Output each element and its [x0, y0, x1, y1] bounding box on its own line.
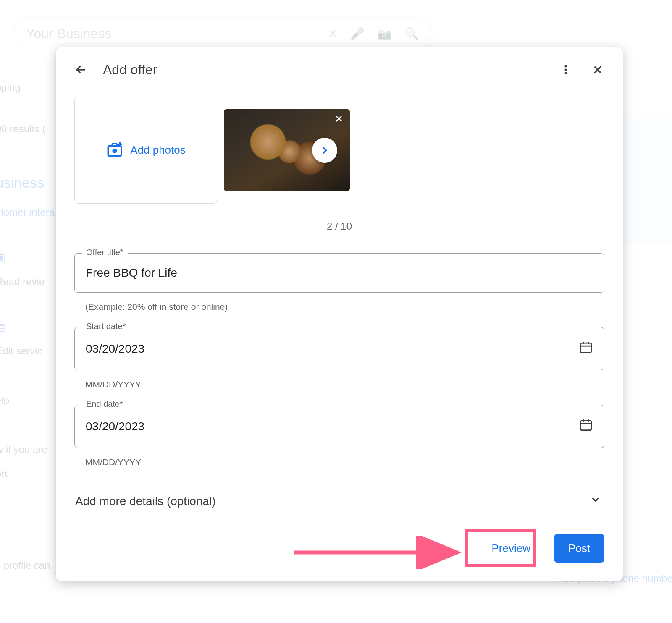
start-date-box [74, 327, 604, 370]
back-button[interactable] [71, 60, 91, 80]
add-photos-label: Add photos [130, 144, 186, 157]
star-icon: ▣ [0, 245, 5, 270]
end-date-input[interactable] [86, 420, 573, 433]
end-date-box [74, 405, 604, 448]
end-date-field: End date* [74, 405, 604, 448]
end-date-label: End date* [82, 399, 127, 409]
preview-button[interactable]: Preview [477, 534, 544, 563]
dialog-header: Add offer [56, 47, 623, 88]
search-icon: 🔍 [404, 27, 419, 41]
list-icon: ▤ [0, 315, 5, 339]
bg-text: 00 results ( [0, 117, 55, 141]
bg-text: stomer intera [0, 200, 55, 225]
bg-text: Read revie [0, 270, 55, 294]
dialog-body: Add photos 2 / 10 Offer title* (Example:… [56, 88, 623, 517]
svg-point-4 [113, 148, 117, 153]
remove-photo-button[interactable] [334, 113, 344, 127]
more-options-button[interactable] [556, 60, 576, 80]
search-bar: Your Business ✕ 🎤 📷 🔍 [13, 17, 433, 50]
photo-counter: 2 / 10 [74, 220, 604, 232]
camera-icon: 📷 [377, 27, 392, 41]
close-button[interactable] [588, 60, 608, 80]
bg-heading: usiness [0, 166, 55, 200]
photos-row: Add photos [74, 97, 604, 204]
svg-point-1 [564, 68, 567, 71]
svg-point-2 [564, 72, 567, 74]
start-date-label: Start date* [82, 322, 130, 331]
svg-point-0 [564, 65, 567, 67]
post-button[interactable]: Post [554, 534, 604, 563]
offer-title-hint: (Example: 20% off in store or online) [74, 296, 604, 327]
bg-text: ort [0, 462, 55, 486]
search-placeholder: Your Business [26, 26, 111, 42]
calendar-icon[interactable] [579, 340, 593, 357]
more-vert-icon [560, 64, 572, 76]
start-date-input[interactable] [86, 342, 573, 356]
svg-rect-6 [580, 421, 591, 430]
calendar-icon[interactable] [579, 418, 593, 435]
start-date-hint: MM/DD/YYYY [74, 374, 604, 405]
offer-title-field: Offer title* [74, 253, 604, 293]
dialog-title: Add offer [103, 62, 544, 78]
more-details-toggle[interactable]: Add more details (optional) [74, 482, 604, 513]
preview-button-label: Preview [491, 542, 530, 555]
chevron-down-icon [589, 493, 602, 509]
offer-title-box [74, 253, 604, 293]
search-actions: ✕ 🎤 📷 🔍 [328, 27, 419, 41]
clear-icon: ✕ [328, 27, 337, 41]
add-photos-button[interactable]: Add photos [74, 97, 217, 204]
add-offer-dialog: Add offer Add photos [56, 47, 623, 581]
arrow-left-icon [74, 63, 88, 77]
mic-icon: 🎤 [350, 27, 365, 41]
bg-text: w if you are [0, 437, 55, 462]
close-icon [591, 63, 604, 76]
bg-left-column: pping 00 results ( usiness stomer intera… [0, 76, 55, 577]
photo-thumbnail[interactable] [224, 109, 350, 191]
bg-text: elp [0, 388, 55, 413]
bg-text: Edit servic [0, 339, 55, 363]
offer-title-label: Offer title* [82, 248, 128, 257]
end-date-hint: MM/DD/YYYY [74, 451, 604, 482]
next-photo-button[interactable] [312, 138, 337, 163]
chevron-right-icon [319, 144, 331, 156]
start-date-field: Start date* [74, 327, 604, 370]
svg-rect-5 [580, 343, 591, 353]
bg-text: pping [0, 76, 55, 100]
offer-title-input[interactable] [86, 266, 593, 280]
camera-plus-icon [106, 141, 123, 160]
close-icon [334, 114, 344, 124]
post-button-label: Post [568, 542, 590, 555]
more-details-label: Add more details (optional) [75, 495, 216, 508]
dialog-footer: Preview Post [56, 517, 623, 581]
bg-text: s profile can [0, 553, 55, 578]
